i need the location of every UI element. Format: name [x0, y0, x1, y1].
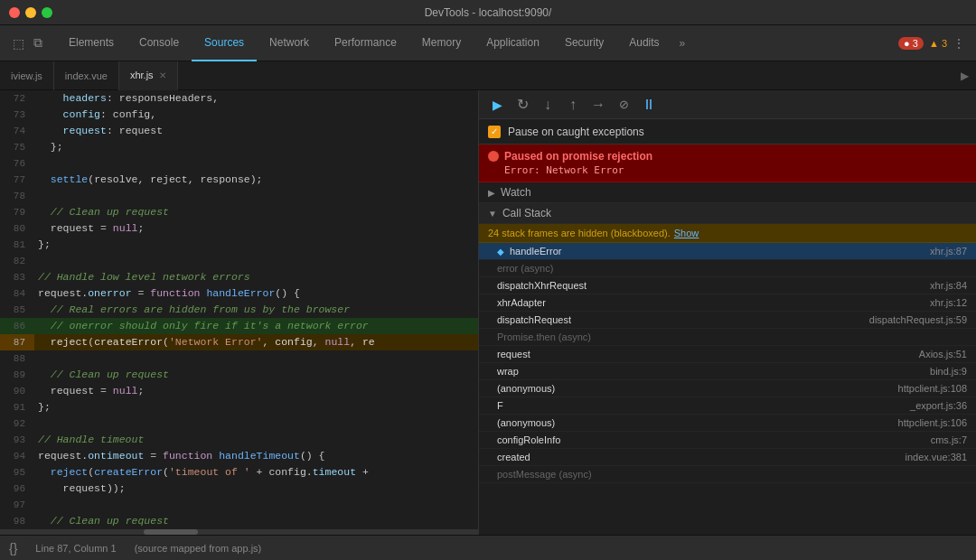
blackboxed-warning: 24 stack frames are hidden (blackboxed).… [479, 224, 976, 243]
inspect-icon[interactable]: ⬚ [11, 36, 25, 51]
warn-badge: ▲ 3 [929, 38, 947, 49]
code-line-80: 80 request = null; [0, 220, 478, 237]
file-tab-bar: iview.js index.vue xhr.js ✕ ▶ [0, 61, 976, 90]
window-title: DevTools - localhost:9090/ [425, 6, 552, 19]
deactivate-button[interactable]: ⊘ [613, 94, 634, 116]
code-line-74: 74 request: request [0, 123, 478, 139]
close-button[interactable] [9, 7, 20, 18]
frame-name: (anonymous) [497, 383, 898, 394]
frame-file: xhr.js:12 [930, 297, 967, 308]
step-out-button[interactable]: ↑ [562, 94, 584, 116]
watch-section-header[interactable]: ▶ Watch [479, 182, 976, 203]
more-tabs-button[interactable]: » [672, 37, 693, 50]
stack-frame-config-role[interactable]: configRoleInfo cms.js:7 [479, 432, 976, 449]
stack-frame-anon-106[interactable]: (anonymous) httpclient.js:106 [479, 415, 976, 432]
window-controls[interactable] [9, 7, 52, 18]
file-tab-right: ▶ [961, 70, 976, 82]
main-content: 72 headers: responseHeaders, 73 config: … [0, 90, 976, 535]
file-tab-xhr[interactable]: xhr.js ✕ [119, 61, 178, 90]
device-icon[interactable]: ⧉ [31, 36, 45, 51]
frame-file: _export.js:36 [910, 400, 967, 411]
frame-name: error (async) [497, 263, 967, 274]
frame-name: postMessage (async) [497, 469, 967, 480]
minimize-button[interactable] [25, 7, 36, 18]
title-bar: DevTools - localhost:9090/ [0, 0, 976, 25]
horizontal-scrollbar[interactable] [0, 529, 478, 535]
frame-file: xhr.js:87 [930, 246, 967, 257]
code-line-93: 93 // Handle timeout [0, 432, 478, 448]
tab-performance[interactable]: Performance [322, 25, 409, 61]
stack-frame-f[interactable]: F _export.js:36 [479, 397, 976, 415]
error-banner-title: Paused on promise rejection [488, 150, 967, 163]
tab-console[interactable]: Console [127, 25, 192, 61]
pause-exceptions-label: Pause on caught exceptions [508, 126, 644, 138]
frame-file: dispatchRequest.js:59 [869, 314, 967, 325]
frame-name: wrap [497, 366, 930, 377]
stack-frame-anon-108[interactable]: (anonymous) httpclient.js:108 [479, 380, 976, 397]
stack-frame-wrap[interactable]: wrap bind.js:9 [479, 363, 976, 380]
step-button[interactable]: → [587, 94, 609, 116]
frame-file: httpclient.js:106 [898, 417, 967, 428]
frame-file: xhr.js:84 [930, 280, 967, 291]
tab-sources[interactable]: Sources [192, 25, 257, 61]
code-editor[interactable]: 72 headers: responseHeaders, 73 config: … [0, 90, 478, 529]
code-line-91: 91 }; [0, 399, 478, 415]
resume-button[interactable]: ▶ [486, 94, 508, 116]
tab-bar-right: ● 3 ▲ 3 ⋮ [898, 36, 972, 51]
code-line-98: 98 // Clean up request [0, 513, 478, 529]
code-line-76: 76 [0, 155, 478, 172]
file-tab-index[interactable]: index.vue [54, 61, 119, 90]
show-blackboxed-link[interactable]: Show [674, 228, 699, 238]
maximize-button[interactable] [42, 7, 52, 18]
code-line-88: 88 [0, 350, 478, 367]
call-stack-section-header[interactable]: ▼ Call Stack [479, 203, 976, 224]
frame-file: index.vue:381 [906, 452, 968, 462]
stack-frame-post-message: postMessage (async) [479, 466, 976, 483]
step-over-button[interactable]: ↻ [511, 94, 533, 116]
error-banner-message: Error: Network Error [488, 164, 967, 176]
tab-security[interactable]: Security [552, 25, 616, 61]
devtools-icons: ⬚ ⧉ [4, 36, 52, 51]
pause-exceptions-checkbox[interactable]: ✓ [488, 126, 501, 138]
frame-file: cms.js:7 [931, 434, 967, 445]
tab-audits[interactable]: Audits [616, 25, 671, 61]
tab-application[interactable]: Application [474, 25, 552, 61]
devtools-tab-bar: ⬚ ⧉ Elements Console Sources Network Per… [0, 25, 976, 61]
curly-braces-icon[interactable]: {} [9, 541, 17, 555]
error-banner: Paused on promise rejection Error: Netwo… [479, 145, 976, 182]
tab-memory[interactable]: Memory [409, 25, 474, 61]
stack-frame-xhr-adapter[interactable]: xhrAdapter xhr.js:12 [479, 294, 976, 312]
pause-on-exception-button[interactable]: ⏸ [638, 94, 660, 116]
debug-panel: ▶ ↻ ↓ ↑ → ⊘ ⏸ ✓ Pause on caught exceptio… [479, 90, 976, 535]
code-line-96: 96 request)); [0, 481, 478, 497]
stack-frames-list: ◆ handleError xhr.js:87 error (async) di… [479, 243, 976, 535]
code-line-85: 85 // Real errors are hidden from us by … [0, 302, 478, 318]
stack-frame-request[interactable]: request Axios.js:51 [479, 346, 976, 363]
code-line-72: 72 headers: responseHeaders, [0, 90, 478, 107]
frame-name: dispatchXhrRequest [497, 280, 930, 291]
frame-name: handleError [510, 246, 930, 257]
error-badge: ● 3 [898, 37, 924, 50]
scrollbar-thumb[interactable] [144, 529, 198, 535]
code-line-78: 78 [0, 188, 478, 204]
code-line-73: 73 config: config, [0, 107, 478, 123]
code-line-95: 95 reject(createError('timeout of ' + co… [0, 464, 478, 481]
stack-frame-created[interactable]: created index.vue:381 [479, 449, 976, 466]
step-into-button[interactable]: ↓ [537, 94, 558, 116]
frame-name: created [497, 452, 906, 462]
code-line-84: 84 request.onerror = function handleErro… [0, 285, 478, 302]
code-line-89: 89 // Clean up request [0, 367, 478, 383]
code-line-86: 86 // onerror should only fire if it's a… [0, 318, 478, 334]
stack-frame-handle-error[interactable]: ◆ handleError xhr.js:87 [479, 243, 976, 260]
file-tab-iview[interactable]: iview.js [0, 61, 54, 90]
pause-exceptions-row: ✓ Pause on caught exceptions [479, 119, 976, 145]
debug-toolbar: ▶ ↻ ↓ ↑ → ⊘ ⏸ [479, 90, 976, 119]
stack-frame-dispatch-request[interactable]: dispatchRequest dispatchRequest.js:59 [479, 312, 976, 329]
close-tab-icon[interactable]: ✕ [159, 70, 166, 80]
code-panel: 72 headers: responseHeaders, 73 config: … [0, 90, 479, 535]
cursor-position: Line 87, Column 1 [35, 543, 116, 554]
stack-frame-dispatch-xhr[interactable]: dispatchXhrRequest xhr.js:84 [479, 277, 976, 294]
settings-icon[interactable]: ⋮ [953, 36, 965, 51]
tab-elements[interactable]: Elements [56, 25, 127, 61]
tab-network[interactable]: Network [257, 25, 322, 61]
